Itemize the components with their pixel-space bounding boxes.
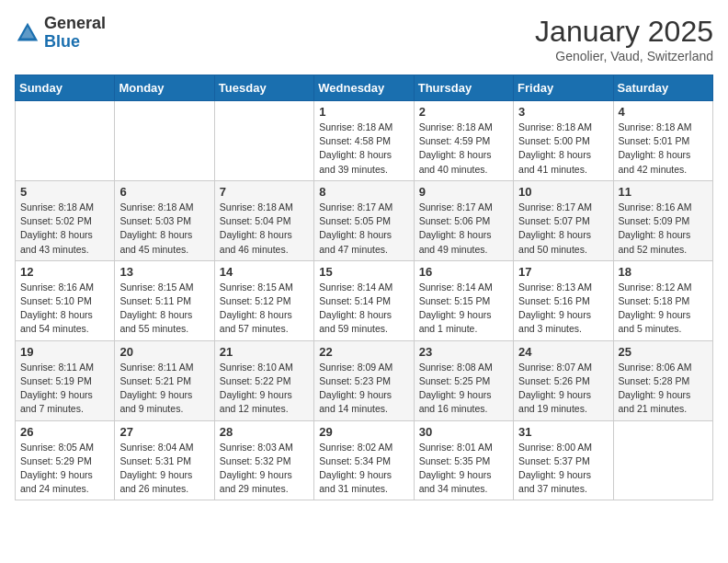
calendar-cell: 12Sunrise: 8:16 AM Sunset: 5:10 PM Dayli… xyxy=(16,260,115,340)
day-number: 26 xyxy=(20,425,109,439)
logo-general-text: General xyxy=(44,15,106,33)
day-number: 21 xyxy=(220,345,309,359)
day-number: 20 xyxy=(119,345,209,359)
calendar-cell: 16Sunrise: 8:14 AM Sunset: 5:15 PM Dayli… xyxy=(414,260,513,340)
day-info: Sunrise: 8:17 AM Sunset: 5:07 PM Dayligh… xyxy=(518,201,608,257)
day-info: Sunrise: 8:18 AM Sunset: 5:01 PM Dayligh… xyxy=(619,121,708,177)
day-info: Sunrise: 8:14 AM Sunset: 5:15 PM Dayligh… xyxy=(419,281,508,337)
day-number: 14 xyxy=(220,265,309,279)
calendar-cell: 6Sunrise: 8:18 AM Sunset: 5:03 PM Daylig… xyxy=(115,180,214,260)
day-number: 6 xyxy=(119,185,209,199)
calendar-cell: 9Sunrise: 8:17 AM Sunset: 5:06 PM Daylig… xyxy=(414,180,513,260)
calendar-cell: 22Sunrise: 8:09 AM Sunset: 5:23 PM Dayli… xyxy=(314,340,414,420)
calendar-cell: 28Sunrise: 8:03 AM Sunset: 5:32 PM Dayli… xyxy=(214,420,313,500)
calendar-cell xyxy=(115,101,214,181)
day-number: 7 xyxy=(220,185,309,199)
day-info: Sunrise: 8:06 AM Sunset: 5:28 PM Dayligh… xyxy=(619,361,708,417)
calendar-cell: 20Sunrise: 8:11 AM Sunset: 5:21 PM Dayli… xyxy=(115,340,214,420)
day-info: Sunrise: 8:11 AM Sunset: 5:21 PM Dayligh… xyxy=(119,361,209,417)
logo: General Blue xyxy=(15,15,106,52)
day-info: Sunrise: 8:18 AM Sunset: 5:00 PM Dayligh… xyxy=(518,121,608,177)
calendar-cell: 26Sunrise: 8:05 AM Sunset: 5:29 PM Dayli… xyxy=(16,420,115,500)
day-info: Sunrise: 8:18 AM Sunset: 5:03 PM Dayligh… xyxy=(119,201,209,257)
calendar-week-row: 5Sunrise: 8:18 AM Sunset: 5:02 PM Daylig… xyxy=(16,180,713,260)
calendar-table: SundayMondayTuesdayWednesdayThursdayFrid… xyxy=(15,75,713,500)
day-info: Sunrise: 8:16 AM Sunset: 5:10 PM Dayligh… xyxy=(20,281,109,337)
calendar-header-row: SundayMondayTuesdayWednesdayThursdayFrid… xyxy=(16,75,713,101)
day-number: 13 xyxy=(119,265,209,279)
day-number: 11 xyxy=(619,185,708,199)
day-info: Sunrise: 8:09 AM Sunset: 5:23 PM Dayligh… xyxy=(319,361,408,417)
day-number: 1 xyxy=(319,105,408,119)
day-info: Sunrise: 8:11 AM Sunset: 5:19 PM Dayligh… xyxy=(20,361,109,417)
day-info: Sunrise: 8:01 AM Sunset: 5:35 PM Dayligh… xyxy=(419,441,508,497)
calendar-cell: 25Sunrise: 8:06 AM Sunset: 5:28 PM Dayli… xyxy=(613,340,712,420)
day-number: 3 xyxy=(518,105,608,119)
day-number: 18 xyxy=(619,265,708,279)
calendar-cell: 3Sunrise: 8:18 AM Sunset: 5:00 PM Daylig… xyxy=(514,101,613,181)
calendar-cell: 31Sunrise: 8:00 AM Sunset: 5:37 PM Dayli… xyxy=(514,420,613,500)
calendar-cell: 23Sunrise: 8:08 AM Sunset: 5:25 PM Dayli… xyxy=(414,340,513,420)
day-number: 2 xyxy=(419,105,508,119)
day-number: 29 xyxy=(319,425,408,439)
calendar-cell: 13Sunrise: 8:15 AM Sunset: 5:11 PM Dayli… xyxy=(115,260,214,340)
calendar-cell: 15Sunrise: 8:14 AM Sunset: 5:14 PM Dayli… xyxy=(314,260,414,340)
calendar-cell: 7Sunrise: 8:18 AM Sunset: 5:04 PM Daylig… xyxy=(214,180,313,260)
day-number: 5 xyxy=(20,185,109,199)
day-number: 25 xyxy=(619,345,708,359)
day-info: Sunrise: 8:08 AM Sunset: 5:25 PM Dayligh… xyxy=(419,361,508,417)
calendar-cell: 19Sunrise: 8:11 AM Sunset: 5:19 PM Dayli… xyxy=(16,340,115,420)
day-info: Sunrise: 8:13 AM Sunset: 5:16 PM Dayligh… xyxy=(518,281,608,337)
day-info: Sunrise: 8:14 AM Sunset: 5:14 PM Dayligh… xyxy=(319,281,408,337)
calendar-week-row: 26Sunrise: 8:05 AM Sunset: 5:29 PM Dayli… xyxy=(16,420,713,500)
day-info: Sunrise: 8:18 AM Sunset: 5:02 PM Dayligh… xyxy=(20,201,109,257)
day-number: 30 xyxy=(419,425,508,439)
calendar-cell: 29Sunrise: 8:02 AM Sunset: 5:34 PM Dayli… xyxy=(314,420,414,500)
day-info: Sunrise: 8:15 AM Sunset: 5:12 PM Dayligh… xyxy=(220,281,309,337)
calendar-cell: 11Sunrise: 8:16 AM Sunset: 5:09 PM Dayli… xyxy=(613,180,712,260)
day-number: 4 xyxy=(619,105,708,119)
day-number: 24 xyxy=(518,345,608,359)
calendar-week-row: 1Sunrise: 8:18 AM Sunset: 4:58 PM Daylig… xyxy=(16,101,713,181)
page-header: General Blue January 2025 Genolier, Vaud… xyxy=(15,15,713,63)
calendar-cell: 5Sunrise: 8:18 AM Sunset: 5:02 PM Daylig… xyxy=(16,180,115,260)
calendar-cell: 4Sunrise: 8:18 AM Sunset: 5:01 PM Daylig… xyxy=(613,101,712,181)
day-info: Sunrise: 8:18 AM Sunset: 4:59 PM Dayligh… xyxy=(419,121,508,177)
day-info: Sunrise: 8:03 AM Sunset: 5:32 PM Dayligh… xyxy=(220,441,309,497)
calendar-week-row: 12Sunrise: 8:16 AM Sunset: 5:10 PM Dayli… xyxy=(16,260,713,340)
day-number: 10 xyxy=(518,185,608,199)
day-number: 19 xyxy=(20,345,109,359)
day-info: Sunrise: 8:02 AM Sunset: 5:34 PM Dayligh… xyxy=(319,441,408,497)
calendar-cell: 1Sunrise: 8:18 AM Sunset: 4:58 PM Daylig… xyxy=(314,101,414,181)
calendar-cell: 14Sunrise: 8:15 AM Sunset: 5:12 PM Dayli… xyxy=(214,260,313,340)
calendar-cell: 2Sunrise: 8:18 AM Sunset: 4:59 PM Daylig… xyxy=(414,101,513,181)
day-number: 8 xyxy=(319,185,408,199)
day-of-week-header: Monday xyxy=(115,75,214,101)
calendar-cell xyxy=(214,101,313,181)
calendar-cell xyxy=(16,101,115,181)
logo-text: General Blue xyxy=(44,15,106,52)
day-number: 31 xyxy=(518,425,608,439)
calendar-cell: 10Sunrise: 8:17 AM Sunset: 5:07 PM Dayli… xyxy=(514,180,613,260)
day-info: Sunrise: 8:18 AM Sunset: 5:04 PM Dayligh… xyxy=(220,201,309,257)
day-info: Sunrise: 8:10 AM Sunset: 5:22 PM Dayligh… xyxy=(220,361,309,417)
day-info: Sunrise: 8:00 AM Sunset: 5:37 PM Dayligh… xyxy=(518,441,608,497)
calendar-cell: 17Sunrise: 8:13 AM Sunset: 5:16 PM Dayli… xyxy=(514,260,613,340)
day-info: Sunrise: 8:17 AM Sunset: 5:05 PM Dayligh… xyxy=(319,201,408,257)
day-number: 28 xyxy=(220,425,309,439)
day-of-week-header: Saturday xyxy=(613,75,712,101)
day-number: 9 xyxy=(419,185,508,199)
day-number: 23 xyxy=(419,345,508,359)
logo-blue-text: Blue xyxy=(44,33,106,52)
day-number: 27 xyxy=(119,425,209,439)
day-number: 22 xyxy=(319,345,408,359)
calendar-cell: 18Sunrise: 8:12 AM Sunset: 5:18 PM Dayli… xyxy=(613,260,712,340)
day-of-week-header: Sunday xyxy=(16,75,115,101)
day-info: Sunrise: 8:18 AM Sunset: 4:58 PM Dayligh… xyxy=(319,121,408,177)
location-title: Genolier, Vaud, Switzerland xyxy=(535,49,713,63)
day-number: 12 xyxy=(20,265,109,279)
calendar-cell: 24Sunrise: 8:07 AM Sunset: 5:26 PM Dayli… xyxy=(514,340,613,420)
calendar-cell: 27Sunrise: 8:04 AM Sunset: 5:31 PM Dayli… xyxy=(115,420,214,500)
day-info: Sunrise: 8:15 AM Sunset: 5:11 PM Dayligh… xyxy=(119,281,209,337)
day-info: Sunrise: 8:05 AM Sunset: 5:29 PM Dayligh… xyxy=(20,441,109,497)
